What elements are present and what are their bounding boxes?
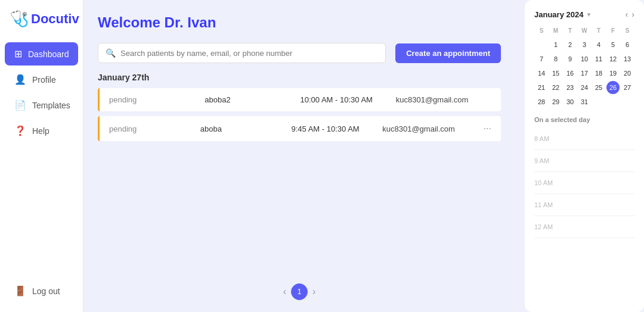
sidebar-item-help[interactable]: ❓ Help (5, 119, 78, 142)
sidebar-item-logout[interactable]: 🚪 Log out (5, 279, 78, 302)
logo-icon: 🩺 (10, 10, 29, 28)
calendar-day-9[interactable]: 9 (564, 52, 577, 65)
sidebar-item-dashboard[interactable]: ⊞ Dashboard (5, 42, 78, 65)
calendar-day-5[interactable]: 5 (606, 38, 620, 51)
help-icon: ❓ (14, 125, 26, 136)
search-input[interactable] (120, 49, 378, 58)
calendar-day-30[interactable]: 30 (564, 95, 577, 108)
calendar-day-names: S M T W T F S (534, 26, 634, 35)
calendar-day-10[interactable]: 10 (578, 52, 591, 65)
next-page-button[interactable]: › (312, 286, 315, 297)
calendar-panel: January 2024 ▼ ‹ › S M T W T F S 1234567… (525, 0, 644, 312)
calendar-day-12[interactable]: 12 (606, 52, 620, 65)
month-label: January 2024 (534, 10, 583, 19)
appointment-email: kuc8301@gmail.com (382, 124, 473, 133)
appointments-list: pending aboba2 10:00 AM - 10:30 AM kuc83… (98, 88, 501, 272)
appointment-status: pending (109, 124, 200, 133)
calendar-day-28[interactable]: 28 (535, 95, 548, 108)
dashboard-icon: ⊞ (14, 48, 22, 60)
calendar-day-13[interactable]: 13 (621, 52, 634, 65)
appointment-time: 10:00 AM - 10:30 AM (301, 95, 396, 104)
appointment-status: pending (109, 95, 205, 104)
calendar-day-3[interactable]: 3 (578, 38, 591, 51)
pagination: ‹ 1 › (98, 272, 501, 312)
logout-icon: 🚪 (14, 285, 26, 297)
time-slot: 12 AM (534, 216, 634, 238)
appointment-time: 9:45 AM - 10:30 AM (292, 124, 383, 133)
calendar-day-16[interactable]: 16 (564, 67, 577, 80)
page-title: Welcome Dr. Ivan (98, 14, 501, 31)
calendar-grid: 1234567891011121314151617181920212223242… (534, 38, 634, 109)
calendar-day-31[interactable]: 31 (578, 95, 591, 108)
calendar-day-22[interactable]: 22 (549, 81, 562, 94)
calendar-header: January 2024 ▼ ‹ › (534, 10, 634, 19)
calendar-day-7[interactable]: 7 (535, 52, 548, 65)
day-name-s2: S (620, 26, 634, 35)
sidebar-item-profile[interactable]: 👤 Profile (5, 68, 78, 91)
calendar-day-20[interactable]: 20 (621, 67, 634, 80)
calendar-day-26[interactable]: 26 (606, 81, 620, 94)
calendar-day-21[interactable]: 21 (535, 81, 548, 94)
create-appointment-button[interactable]: Create an appointment (395, 43, 501, 63)
table-row: pending aboba 9:45 AM - 10:30 AM kuc8301… (98, 116, 501, 141)
day-name-f: F (606, 26, 620, 35)
logout-label: Log out (32, 286, 60, 296)
sidebar-item-templates[interactable]: 📄 Templates (5, 93, 78, 117)
appointment-name: aboba2 (205, 95, 300, 104)
day-name-s: S (534, 26, 549, 35)
templates-icon: 📄 (14, 99, 26, 111)
time-slot: 10 AM (534, 172, 634, 194)
sidebar: 🩺 Docutiv ⊞ Dashboard 👤 Profile 📄 Templa… (0, 0, 83, 312)
calendar-day-27[interactable]: 27 (621, 81, 634, 94)
calendar-day-24[interactable]: 24 (578, 81, 591, 94)
main-content: Welcome Dr. Ivan 🔍 Create an appointment… (83, 0, 515, 312)
calendar-prev-button[interactable]: ‹ (626, 10, 628, 19)
logo-text: Docutiv (31, 11, 79, 27)
time-slot: 11 AM (534, 194, 634, 216)
search-icon: 🔍 (106, 48, 116, 58)
calendar-day-15[interactable]: 15 (549, 67, 562, 80)
time-slot: 9 AM (534, 150, 634, 172)
appointment-email: kuc8301@gmail.com (396, 95, 491, 104)
calendar-day-empty (606, 95, 620, 108)
calendar-day-18[interactable]: 18 (592, 67, 605, 80)
calendar-day-1[interactable]: 1 (549, 38, 562, 51)
day-name-m: M (549, 26, 563, 35)
toolbar: 🔍 Create an appointment (98, 43, 501, 63)
calendar-day-29[interactable]: 29 (549, 95, 562, 108)
calendar-day-empty (621, 95, 634, 108)
day-name-w: W (577, 26, 592, 35)
profile-icon: 👤 (14, 74, 26, 85)
calendar-day-14[interactable]: 14 (535, 67, 548, 80)
prev-page-button[interactable]: ‹ (283, 286, 286, 297)
calendar-day-6[interactable]: 6 (621, 38, 634, 51)
logo: 🩺 Docutiv (0, 10, 83, 40)
calendar-day-11[interactable]: 11 (592, 52, 605, 65)
date-label: January 27th (98, 73, 501, 82)
calendar-day-empty (535, 38, 548, 51)
calendar-day-23[interactable]: 23 (564, 81, 577, 94)
calendar-day-4[interactable]: 4 (592, 38, 605, 51)
on-selected-day-label: On a selected day (534, 116, 634, 123)
day-name-t2: T (592, 26, 606, 35)
time-slot: 8 AM (534, 128, 634, 150)
day-name-t: T (563, 26, 577, 35)
calendar-day-19[interactable]: 19 (606, 67, 620, 80)
calendar-day-8[interactable]: 8 (549, 52, 562, 65)
appointment-name: aboba (200, 124, 292, 133)
sidebar-label-help: Help (32, 126, 49, 136)
calendar-day-25[interactable]: 25 (592, 81, 605, 94)
calendar-next-button[interactable]: › (631, 10, 634, 19)
appointment-menu-button[interactable]: ··· (473, 123, 491, 134)
calendar-month: January 2024 ▼ (534, 10, 592, 19)
calendar-day-empty (592, 95, 605, 108)
sidebar-label-templates: Templates (32, 101, 70, 110)
sidebar-label-dashboard: Dashboard (28, 49, 69, 59)
calendar-day-17[interactable]: 17 (578, 67, 591, 80)
table-row: pending aboba2 10:00 AM - 10:30 AM kuc83… (98, 88, 501, 111)
calendar-day-2[interactable]: 2 (564, 38, 577, 51)
calendar-dropdown-icon[interactable]: ▼ (586, 11, 592, 18)
page-number-1[interactable]: 1 (291, 283, 308, 300)
sidebar-label-profile: Profile (32, 75, 56, 85)
search-box: 🔍 (98, 43, 386, 63)
